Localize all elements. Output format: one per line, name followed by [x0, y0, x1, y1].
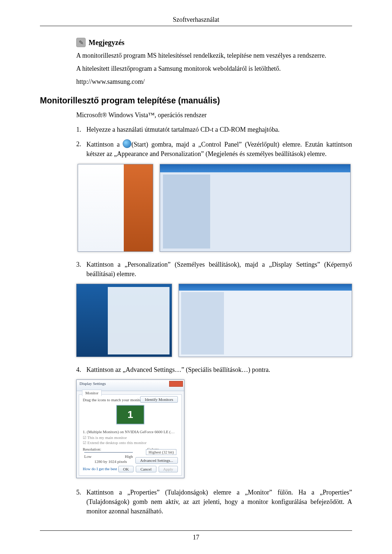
top-rule [40, 26, 352, 26]
main-monitor-label: This is my main monitor [87, 435, 127, 440]
screenshot-row-2 [76, 284, 352, 357]
step-number: 5. [76, 488, 86, 516]
step-4: 4. Kattintson az „Advanced Settings…” (S… [76, 365, 352, 374]
step-number: 4. [76, 365, 86, 374]
extend-desktop-checkbox[interactable]: ☑ Extend the desktop onto this monitor [83, 440, 147, 445]
close-icon[interactable] [169, 381, 183, 387]
screenshot-control-panel [160, 164, 351, 252]
subheading: Microsoft® Windows Vista™, operációs ren… [76, 111, 352, 119]
bottom-rule [40, 530, 352, 531]
note-title: Megjegyzés [89, 38, 124, 47]
step-text: Kattintson az „Advanced Settings…” (Spec… [86, 365, 352, 374]
extend-desktop-label: Extend the desktop onto this monitor [87, 440, 147, 445]
note-icon: ✎ [76, 38, 86, 47]
step-1: 1. Helyezze a használati útmutatót tarta… [76, 125, 352, 134]
running-head: Szoftverhasználat [40, 16, 352, 24]
screenshot-personalization [179, 284, 352, 357]
device-dropdown[interactable]: 1. (Multiple Monitors) on NVIDIA GeForce… [83, 430, 178, 434]
cancel-button[interactable]: Cancel [136, 466, 156, 472]
step-2: 2. Kattintson a (Start) gombra, majd a „… [76, 139, 352, 159]
ok-button[interactable]: OK [118, 466, 134, 472]
note-link: http://www.samsung.com/ [76, 77, 352, 86]
monitor-tab[interactable]: Monitor [82, 390, 102, 396]
screenshot-appearance-panel [76, 284, 172, 357]
resolution-value: 1280 by 1024 pixels [94, 459, 127, 464]
step-text: Kattintson a „Personalization” (Személye… [86, 260, 352, 279]
step-5: 5. Kattintson a „Properties” (Tulajdonsá… [76, 488, 352, 516]
monitor-thumbnail-1[interactable]: 1 [116, 405, 144, 424]
screenshot-start-menu [78, 164, 153, 252]
page-number: 17 [40, 534, 352, 541]
slider-high-label: High [125, 454, 133, 459]
step-number: 1. [76, 125, 86, 134]
step-number: 3. [76, 260, 86, 279]
advanced-settings-button[interactable]: Advanced Settings... [135, 457, 178, 464]
step-text: Helyezze a használati útmutatót tartalma… [86, 125, 352, 134]
slider-low-label: Low [84, 454, 91, 459]
start-orb-icon [123, 139, 131, 148]
colors-dropdown[interactable]: Highest (32 bit) [146, 449, 176, 455]
apply-button: Apply [159, 466, 178, 472]
step-text: Kattintson a (Start) gombra, majd a „Con… [86, 139, 352, 159]
step-3: 3. Kattintson a „Personalization” (Szemé… [76, 260, 352, 279]
step-text: Kattintson a „Properties” (Tulajdonságok… [86, 488, 352, 516]
main-monitor-checkbox[interactable]: ☑ This is my main monitor [83, 435, 127, 440]
section-heading: Monitorillesztő program telepítése (manu… [40, 96, 352, 106]
drag-instruction: Drag the icons to match your monitors. [83, 398, 146, 402]
screenshot-row-1 [76, 164, 352, 252]
step-number: 2. [76, 139, 86, 159]
screenshot-display-settings: Display Settings Monitor Drag the icons … [76, 379, 184, 478]
note-line-2: A hitelesített illesztőprogram a Samsung… [76, 64, 352, 73]
note-header: ✎ Megjegyzés [76, 38, 352, 47]
note-line-1: A monitorillesztő program MS hitelesítés… [76, 51, 352, 60]
resolution-slider[interactable]: Low High 1280 by 1024 pixels Highest (32… [84, 449, 176, 456]
identify-monitors-button[interactable]: Identify Monitors [140, 396, 178, 403]
